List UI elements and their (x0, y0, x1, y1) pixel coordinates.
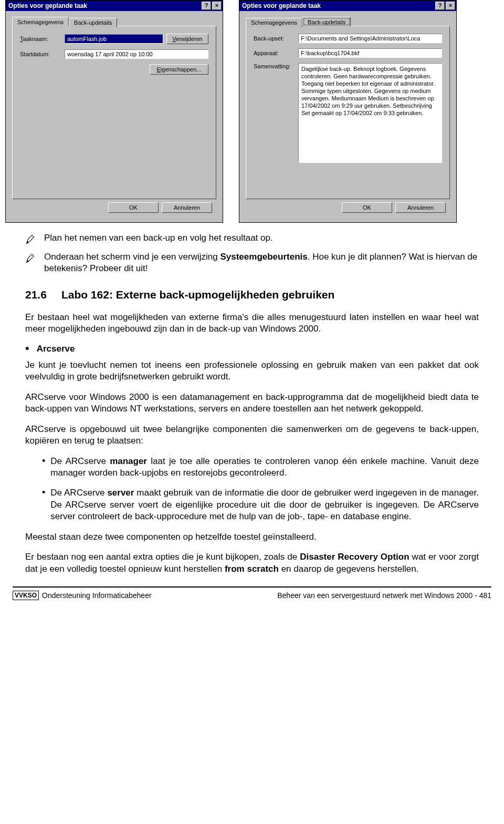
list-item: • De ARCserve manager laat je toe alle o… (42, 456, 479, 479)
document-body: Plan het nemen van een back-up en volg h… (0, 223, 504, 575)
tab-panel: Taaknaam: automFlash.job Verwijderen Sta… (12, 26, 216, 199)
paragraph: Je kunt je toevlucht nemen tot ineens ee… (25, 359, 479, 383)
footer-left: Ondersteuning Informaticabeheer (42, 591, 152, 600)
tab-backupdetails[interactable]: Back-updetails (302, 17, 351, 26)
close-button[interactable]: × (446, 2, 455, 10)
dialog-backupdetails: Opties voor geplande taak ? × Schemagege… (239, 0, 457, 223)
titlebar: Opties voor geplande taak ? × (239, 1, 456, 11)
pen-icon (25, 252, 37, 264)
exercise-text: Onderaan het scherm vind je een verwijzi… (44, 251, 479, 275)
tab-schemagegevens[interactable]: Schemagegevens (12, 17, 69, 26)
verwijderen-button[interactable]: Verwijderen (166, 34, 208, 44)
footer-right: Beheer van een servergestuurd netwerk me… (277, 591, 491, 600)
startdatum-label: Startdatum: (20, 51, 65, 57)
paragraph: Meestal staan deze twee componenten op h… (25, 531, 479, 543)
titlebar: Opties voor geplande taak ? × (6, 1, 223, 11)
bullet-dot: • (42, 456, 45, 479)
startdatum-field: woensdag 17 april 2002 op 10:00 (65, 49, 208, 59)
taaknaam-label: Taaknaam: (20, 36, 65, 42)
list-item: • De ARCserve server maakt gebruik van d… (42, 487, 479, 522)
page-footer: VVKSO Ondersteuning Informaticabeheer Be… (13, 586, 491, 605)
tab-schemagegevens[interactable]: Schemagegevens (246, 18, 302, 27)
heading-text: Labo 162: Externe back-upmogelijkheden g… (61, 287, 334, 302)
exercise-text: Plan het nemen van een back-up en volg h… (44, 232, 273, 245)
paragraph: ARCserve voor Windows 2000 is een datama… (25, 392, 479, 415)
dialog-title: Opties voor geplande taak (8, 2, 87, 9)
tab-panel: Back-upset: F:\Documents and Settings\Ad… (246, 26, 450, 199)
annuleren-button[interactable]: Annuleren (162, 202, 212, 213)
bullet-title: Arcserve (37, 343, 75, 355)
section-heading: 21.6 Labo 162: Externe back-upmogelijkhe… (25, 287, 479, 302)
backupset-label: Back-upset: (254, 35, 298, 42)
paragraph: ARCserve is opgebouwd uit twee belangrij… (25, 424, 479, 447)
apparaat-field: F:\backup\bcq1704.bkf (298, 48, 442, 58)
help-button[interactable]: ? (202, 2, 211, 10)
backupset-field: F:\Documents and Settings\Administrator\… (298, 34, 442, 43)
samenvatting-label: Samenvatting: (254, 63, 298, 69)
annuleren-button[interactable]: Annuleren (395, 202, 446, 213)
close-button[interactable]: × (212, 2, 222, 10)
bullet-dot: • (42, 487, 45, 522)
samenvatting-field: Dagelijkse back-up. Beknopt logboek. Geg… (298, 63, 442, 163)
tab-backupdetails[interactable]: Back-updetails (69, 18, 117, 27)
pen-icon (25, 233, 37, 245)
apparaat-label: Apparaat: (254, 50, 298, 56)
ok-button[interactable]: OK (342, 202, 392, 213)
eigenschappen-button[interactable]: Eigenschappen... (150, 64, 208, 75)
heading-number: 21.6 (25, 287, 47, 302)
dialog-title: Opties voor geplande taak (242, 2, 321, 9)
ok-button[interactable]: OK (108, 202, 159, 213)
help-button[interactable]: ? (435, 2, 445, 10)
paragraph: Er bestaan heel wat mogelijkheden van ex… (25, 312, 479, 335)
paragraph: Er bestaan nog een aantal extra opties d… (25, 551, 479, 575)
vvkso-logo: VVKSO (13, 591, 39, 600)
bullet-dot: • (25, 343, 29, 355)
taaknaam-field[interactable]: automFlash.job (65, 34, 163, 44)
bullet-heading: • Arcserve (25, 343, 479, 355)
dialog-schema: Opties voor geplande taak ? × Schemagege… (5, 0, 223, 223)
